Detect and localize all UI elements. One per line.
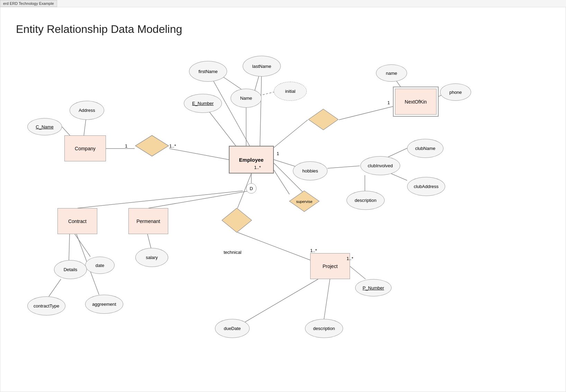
ellipse-date: date [85,257,115,274]
entity-nextofkin[interactable]: NextOfKin [395,89,437,115]
entity-project[interactable]: Project [310,253,350,279]
svg-line-30 [237,232,310,267]
label-technical: technical [224,250,241,255]
ellipse-namekin: name [376,64,407,82]
entity-contract[interactable]: Contract [57,208,97,234]
ellipse-phone: phone [440,83,471,101]
ellipse-description1: description [347,191,385,210]
ellipse-firstname: firstName [189,61,227,82]
diamond-supervise: supervise [289,190,320,213]
diamond-worksfor [135,135,169,157]
svg-line-12 [339,106,395,120]
ellipse-clubinvolved: clubInvolved [360,156,400,175]
ellipse-clubaddress: clubAddress [407,177,445,196]
ellipse-description2: description [305,319,343,338]
entity-company[interactable]: Company [64,135,106,161]
svg-line-5 [260,66,262,146]
svg-line-31 [239,279,318,326]
diamond-haskin [308,108,339,131]
svg-line-1 [169,149,229,160]
svg-line-29 [237,232,310,260]
label-1star-hobbies: 1..* [254,165,261,170]
ellipse-pnumber: P_Number [355,279,392,296]
label-1-works: 1 [125,143,127,149]
label-1star-project: 1..* [310,248,317,253]
svg-line-32 [324,279,330,319]
ellipse-details: Details [54,260,87,279]
svg-marker-37 [308,109,338,130]
label-1-kin: 1 [277,151,279,156]
svg-line-16 [327,166,360,168]
ellipse-clubname: clubName [407,139,443,158]
svg-line-21 [78,191,243,208]
canvas: Entity Relationship Data Modeling [0,7,566,392]
svg-marker-38 [222,208,252,232]
ellipse-duedate: dueDate [215,319,250,338]
ellipse-name: Name [231,89,262,108]
ellipse-salary: salary [135,248,168,267]
entity-employee[interactable]: Employee [229,146,274,173]
ellipse-aggreement: aggreement [85,295,123,314]
ellipse-cname: C_Name [27,118,62,135]
ellipse-initial: initial [274,82,307,101]
ellipse-hobbies: hobbies [293,161,327,180]
ellipse-address: Address [70,101,104,120]
ellipse-lastname: lastName [243,56,281,77]
svg-line-24 [75,234,90,257]
svg-line-35 [274,170,289,194]
label-1star-project2: 1..* [347,256,353,261]
page-title: Entity Relationship Data Modeling [16,23,182,36]
label-1star-works: 1..* [169,143,176,149]
diamond-workson [221,207,252,233]
label-1-nextofkin: 1 [387,100,390,105]
tab-bar[interactable]: erd ERD Technology Example [0,0,57,7]
svg-line-33 [350,266,366,279]
svg-line-22 [149,191,250,208]
circle-disjoint: D [246,183,257,194]
ellipse-contracttype: contractType [27,296,65,315]
svg-line-27 [147,234,151,248]
ellipse-enumber: E_Number [184,94,222,113]
svg-marker-36 [135,135,169,156]
svg-line-11 [270,120,308,151]
connection-lines [0,7,566,392]
entity-permenant[interactable]: Permenant [128,208,168,234]
svg-line-26 [49,279,61,296]
svg-line-23 [69,234,70,260]
